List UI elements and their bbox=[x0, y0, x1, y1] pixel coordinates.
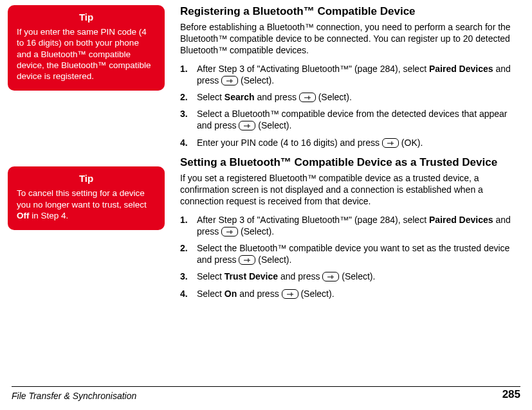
softkey-icon bbox=[239, 255, 255, 265]
step-text: After Step 3 of "Activating Bluetooth™" … bbox=[197, 64, 429, 74]
step-text: After Step 3 of "Activating Bluetooth™" … bbox=[197, 215, 429, 225]
tip-text: in Step 4. bbox=[30, 211, 69, 220]
step-bold: Paired Devices bbox=[429, 64, 493, 74]
softkey-icon bbox=[221, 76, 238, 85]
step-item: Enter your PIN code (4 to 16 digits) and… bbox=[180, 137, 520, 148]
step-btn-label: (Select). bbox=[241, 75, 274, 85]
softkey-icon bbox=[299, 93, 316, 102]
step-text: Select bbox=[197, 289, 225, 299]
step-bold: On bbox=[225, 289, 237, 299]
tip-header: Tip bbox=[17, 12, 156, 22]
softkey-icon bbox=[322, 272, 339, 281]
step-btn-label: (Select). bbox=[342, 271, 375, 281]
step-text: Select bbox=[197, 271, 225, 281]
tip-box-2: Tip To cancel this setting for a device … bbox=[8, 166, 165, 230]
section-intro: If you set a registered Bluetooth™ compa… bbox=[180, 173, 520, 208]
section-heading: Registering a Bluetooth™ Compatible Devi… bbox=[180, 5, 520, 18]
step-btn-label: (OK). bbox=[401, 138, 423, 148]
tip-text: To cancel this setting for a device you … bbox=[17, 188, 147, 209]
step-text: and press bbox=[255, 92, 299, 102]
step-bold: Trust Device bbox=[225, 271, 278, 281]
footer-rule bbox=[12, 386, 520, 387]
step-item: Select the Bluetooth™ compatible device … bbox=[180, 242, 520, 265]
step-text: and press bbox=[278, 271, 322, 281]
tip-bold: Off bbox=[17, 211, 30, 220]
step-item: After Step 3 of "Activating Bluetooth™" … bbox=[180, 63, 520, 86]
softkey-icon bbox=[239, 121, 255, 130]
page-number: 285 bbox=[502, 388, 520, 401]
step-item: Select a Bluetooth™ compatible device fr… bbox=[180, 108, 520, 131]
softkey-icon bbox=[282, 289, 298, 299]
step-btn-label: (Select). bbox=[241, 226, 274, 236]
softkey-icon bbox=[221, 227, 238, 236]
section-heading: Setting a Bluetooth™ Compatible Device a… bbox=[180, 156, 520, 169]
step-item: Select On and press (Select). bbox=[180, 288, 520, 299]
step-text: Select bbox=[197, 92, 225, 102]
step-item: Select Trust Device and press (Select). bbox=[180, 271, 520, 282]
tip-body: If you enter the same PIN code (4 to 16 … bbox=[17, 26, 156, 82]
step-btn-label: (Select). bbox=[258, 120, 291, 130]
softkey-icon bbox=[382, 138, 399, 148]
footer-section-title: File Transfer & Synchronisation bbox=[12, 391, 136, 401]
tip-body: To cancel this setting for a device you … bbox=[17, 188, 156, 221]
section-intro: Before establishing a Bluetooth™ connect… bbox=[180, 22, 520, 57]
steps-list: After Step 3 of "Activating Bluetooth™" … bbox=[180, 214, 520, 299]
step-text: Enter your PIN code (4 to 16 digits) and… bbox=[197, 138, 382, 148]
step-item: After Step 3 of "Activating Bluetooth™" … bbox=[180, 214, 520, 237]
steps-list: After Step 3 of "Activating Bluetooth™" … bbox=[180, 63, 520, 148]
step-text: and press bbox=[237, 289, 281, 299]
tip-header: Tip bbox=[17, 173, 156, 184]
step-btn-label: (Select). bbox=[300, 289, 334, 299]
tip-box-1: Tip If you enter the same PIN code (4 to… bbox=[8, 5, 165, 91]
step-bold: Paired Devices bbox=[429, 215, 493, 225]
step-bold: Search bbox=[225, 92, 255, 102]
step-item: Select Search and press (Select). bbox=[180, 91, 520, 103]
step-btn-label: (Select). bbox=[258, 254, 291, 265]
step-btn-label: (Select). bbox=[318, 92, 352, 102]
